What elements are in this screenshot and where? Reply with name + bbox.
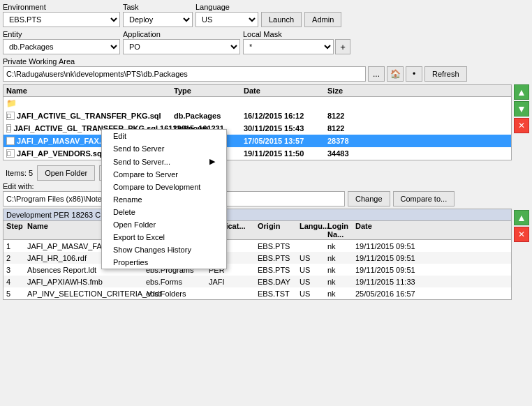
context-menu-item[interactable]: Rename: [102, 193, 226, 206]
pwa-dot-button[interactable]: •: [406, 66, 422, 82]
entity-select[interactable]: db.Packages: [3, 39, 120, 54]
dev-app: JAFI: [209, 278, 258, 286]
dev-login: nk: [327, 278, 355, 286]
language-label: Language: [195, 3, 258, 11]
ctx-item-label: Compare to Server: [113, 170, 178, 179]
application-select[interactable]: PO: [123, 39, 240, 54]
dev-lang: US: [300, 266, 327, 274]
dev-col-lang: Langu...: [300, 222, 327, 239]
launch-button[interactable]: Launch: [261, 12, 302, 27]
dev-row[interactable]: 4 JAFI_APXIAWHS.fmb ebs.Forms JAFI EBS.D…: [3, 276, 511, 287]
file-delete-button[interactable]: ✕: [514, 118, 529, 133]
file-move-up-button[interactable]: ▲: [514, 84, 529, 100]
context-menu-item[interactable]: Send to Server: [102, 142, 226, 155]
dev-step: 4: [6, 278, 27, 286]
file-date: 30/11/2015 15:43: [244, 124, 327, 133]
dev-step: 2: [6, 254, 27, 262]
edit-with-label: Edit with:: [3, 182, 529, 190]
dev-date: 19/11/2015 09:51: [355, 266, 439, 274]
context-menu-item[interactable]: Properties: [102, 256, 226, 269]
file-row[interactable]: □ JAFI_ACTIVE_GL_TRANSFER_PKG.sql.161220…: [3, 122, 511, 135]
dev-lang: US: [300, 278, 327, 286]
dev-name: JAFI_APXIAWHS.fmb: [27, 278, 146, 286]
entity-label: Entity: [3, 30, 120, 38]
file-move-down-button[interactable]: ▼: [514, 101, 529, 116]
context-menu-item[interactable]: Show Changes History: [102, 243, 226, 256]
environment-select[interactable]: EBS.PTS: [3, 12, 120, 27]
file-row[interactable]: □ JAFI_ACTIVE_GL_TRANSFER_PKG.sql db.Pac…: [3, 110, 511, 122]
dev-delete-button[interactable]: ✕: [514, 227, 529, 242]
context-menu: EditSend to ServerSend to Server...▶Comp…: [101, 129, 227, 269]
dev-col-step: Step: [6, 222, 27, 239]
ctx-item-label: Show Changes History: [113, 246, 191, 254]
context-menu-item[interactable]: Export to Excel: [102, 231, 226, 243]
file-size: 8122: [327, 112, 369, 120]
dev-date: 19/11/2015 09:51: [355, 242, 439, 250]
dev-type: ebs.Forms: [146, 278, 209, 286]
dev-origin: EBS.TST: [258, 290, 300, 298]
file-date: 19/11/2015 11:50: [244, 149, 327, 158]
dev-row[interactable]: 1 JAFI_AP_MASAV_FAX.sql db.Packages EBS.…: [3, 240, 511, 252]
file-date: 16/12/2015 16:12: [244, 112, 327, 120]
ctx-item-label: Export to Excel: [113, 233, 165, 241]
file-row[interactable]: □ JAFI_AP_VENDORS.sql db.Packages 19/11/…: [3, 147, 511, 160]
dev-date: 19/11/2015 09:51: [355, 254, 439, 262]
file-row[interactable]: □ JAFI_AP_MASAV_FAX.sql db.Packages 17/0…: [3, 135, 511, 147]
dev-lang: US: [300, 254, 327, 262]
file-row[interactable]: 📁: [3, 97, 511, 110]
context-menu-item[interactable]: Compare to Development: [102, 181, 226, 193]
language-select[interactable]: US: [195, 12, 258, 27]
file-name: 📁: [6, 98, 174, 108]
context-menu-item[interactable]: Send to Server...▶: [102, 155, 226, 168]
dev-row[interactable]: 3 Absences Report.ldt ebs.Programs PER E…: [3, 264, 511, 276]
col-size-header: Size: [327, 87, 369, 95]
file-size: 34483: [327, 149, 369, 158]
dev-login: nk: [327, 290, 355, 298]
dev-lang: US: [300, 290, 327, 298]
ctx-item-label: Send to Server: [113, 144, 164, 153]
file-type: db.Packages: [174, 112, 244, 120]
task-select[interactable]: Deploy: [123, 12, 193, 27]
dev-step: 5: [6, 290, 27, 298]
ctx-item-label: Open Folder: [113, 220, 156, 229]
dev-name: AP_INV_SELECTION_CRITERIA_V.ldt: [27, 290, 146, 298]
ctx-item-label: Delete: [113, 208, 135, 216]
dev-col-login: Login Na...: [327, 222, 355, 239]
dev-move-up-button[interactable]: ▲: [514, 210, 529, 225]
file-size: 28378: [327, 137, 369, 145]
context-menu-item[interactable]: Edit: [102, 130, 226, 142]
dev-row[interactable]: 5 AP_INV_SELECTION_CRITERIA_V.ldt ebs.Fo…: [3, 287, 511, 299]
admin-button[interactable]: Admin: [304, 12, 341, 27]
localmask-add-button[interactable]: +: [335, 39, 350, 54]
compare-to-button[interactable]: Compare to...: [393, 191, 455, 206]
refresh-button[interactable]: Refresh: [424, 66, 467, 82]
items-count: Items: 5: [6, 169, 33, 177]
pwa-home-button[interactable]: 🏠: [387, 66, 404, 82]
task-label: Task: [123, 3, 193, 11]
dev-origin: EBS.DAY: [258, 278, 300, 286]
dev-date: 19/11/2015 11:33: [355, 278, 439, 286]
open-folder-button[interactable]: Open Folder: [37, 165, 95, 181]
change-button[interactable]: Change: [348, 191, 390, 206]
dev-login: nk: [327, 266, 355, 274]
dev-row[interactable]: 2 JAFI_HR_106.rdf ebs.Reports PER EBS.PT…: [3, 252, 511, 264]
application-label: Application: [123, 30, 240, 38]
dev-date: 25/05/2016 16:57: [355, 290, 439, 298]
localmask-select[interactable]: *: [243, 39, 334, 54]
dev-col-date: Date: [355, 222, 439, 239]
context-menu-item[interactable]: Open Folder: [102, 218, 226, 231]
col-date-header: Date: [244, 87, 327, 95]
col-type-header: Type: [174, 87, 244, 95]
pwa-browse-button[interactable]: ...: [368, 66, 385, 82]
context-menu-item[interactable]: Delete: [102, 206, 226, 218]
file-date: 17/05/2015 13:57: [244, 137, 327, 145]
dev-origin: EBS.PTS: [258, 242, 300, 250]
ctx-item-label: Compare to Development: [113, 183, 200, 191]
pwa-input[interactable]: [3, 66, 366, 82]
dev-header: Development PER 18263 Custom - Absence R…: [3, 209, 511, 221]
context-menu-item[interactable]: Compare to Server: [102, 168, 226, 181]
dev-type: ebs.Folders: [146, 290, 209, 298]
ctx-item-label: Rename: [113, 195, 142, 204]
pwa-label: Private Working Area: [3, 57, 529, 66]
col-name-header: Name: [6, 87, 174, 95]
